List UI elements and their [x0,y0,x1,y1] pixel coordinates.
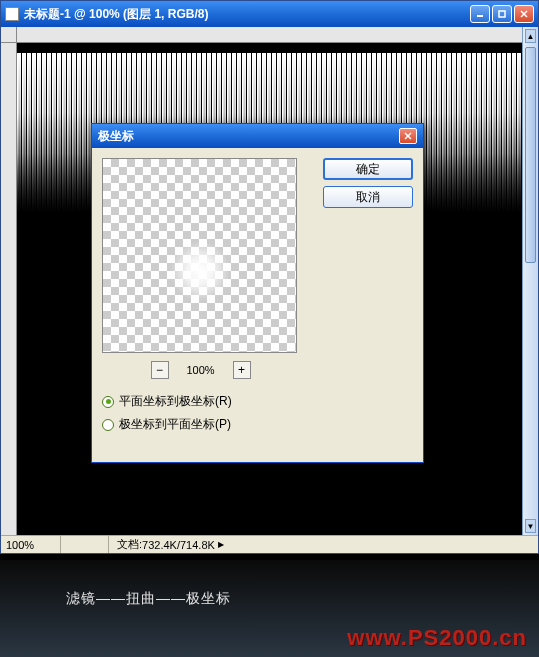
status-bar: 100% 文档: 732.4K/714.8K ▶ [1,535,538,553]
minimize-button[interactable] [470,5,490,23]
dialog-body: − 100% + 平面坐标到极坐标(R) 极坐标到平面坐标(P) 确定 取消 [92,148,423,462]
document-icon [5,7,19,21]
radio-rect-to-polar[interactable]: 平面坐标到极坐标(R) [102,393,413,410]
vertical-scrollbar[interactable]: ▲ ▼ [522,27,538,535]
doc-info-size: 732.4K/714.8K [142,539,215,551]
close-button[interactable] [514,5,534,23]
conversion-radio-group: 平面坐标到极坐标(R) 极坐标到平面坐标(P) [102,393,413,433]
radio-icon [102,419,114,431]
zoom-level-field[interactable]: 100% [1,536,61,553]
dialog-close-button[interactable] [399,128,417,144]
polar-coordinates-dialog: 极坐标 − 100% + 平面坐标到极坐标(R) 极坐标到平面坐标(P) 确定 … [91,123,424,463]
document-info[interactable]: 文档: 732.4K/714.8K ▶ [109,537,232,552]
window-titlebar[interactable]: 未标题-1 @ 100% (图层 1, RGB/8) [1,1,538,27]
zoom-controls: − 100% + [102,361,299,379]
doc-info-arrow-icon: ▶ [218,540,224,549]
ruler-corner [1,27,17,43]
ok-button[interactable]: 确定 [323,158,413,180]
horizontal-ruler[interactable] [17,27,522,43]
watermark: www.PS2000.cn [347,625,527,651]
caption-area: 滤镜——扭曲——极坐标 www.PS2000.cn [0,560,539,657]
radio-label: 平面坐标到极坐标(R) [119,393,232,410]
dialog-titlebar[interactable]: 极坐标 [92,124,423,148]
preview-content [170,241,230,301]
window-buttons [470,5,534,23]
preview-box[interactable] [102,158,297,353]
zoom-out-button[interactable]: − [151,361,169,379]
vertical-ruler[interactable] [1,43,17,535]
scroll-down-arrow[interactable]: ▼ [525,519,536,533]
scroll-up-arrow[interactable]: ▲ [525,29,536,43]
scrollbar-thumb[interactable] [525,47,536,263]
maximize-button[interactable] [492,5,512,23]
dialog-title: 极坐标 [98,128,399,145]
radio-polar-to-rect[interactable]: 极坐标到平面坐标(P) [102,416,413,433]
doc-info-label: 文档: [117,537,142,552]
cancel-button[interactable]: 取消 [323,186,413,208]
dialog-buttons: 确定 取消 [323,158,413,208]
radio-label: 极坐标到平面坐标(P) [119,416,231,433]
window-title: 未标题-1 @ 100% (图层 1, RGB/8) [24,6,470,23]
svg-rect-1 [499,11,505,17]
zoom-in-button[interactable]: + [233,361,251,379]
zoom-value: 100% [181,364,221,376]
radio-icon [102,396,114,408]
caption-text: 滤镜——扭曲——极坐标 [66,590,231,608]
